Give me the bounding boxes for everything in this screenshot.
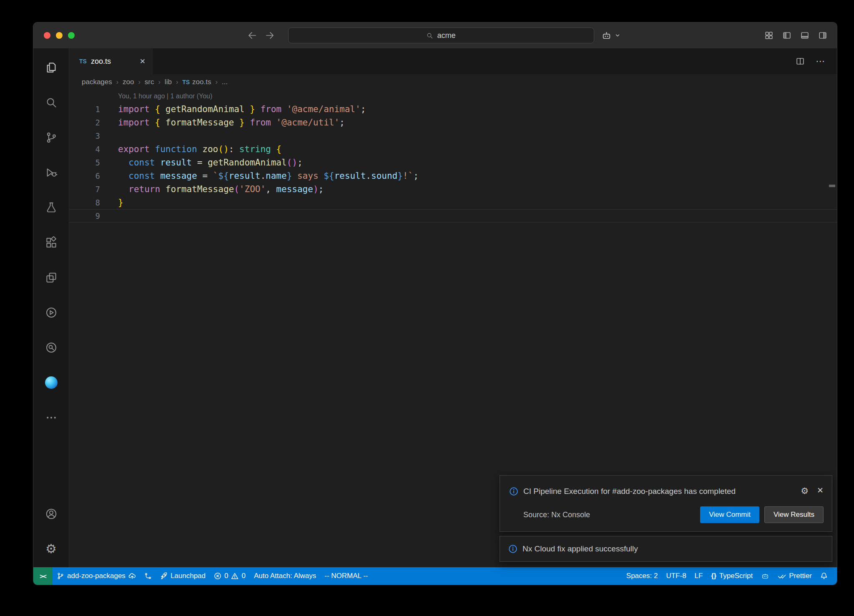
code-line[interactable]: 9: [69, 209, 837, 223]
tab-close-icon[interactable]: ✕: [140, 57, 146, 66]
line-number[interactable]: 3: [69, 129, 100, 143]
edge-devtools-icon[interactable]: [33, 365, 69, 400]
notification-close-icon[interactable]: ✕: [817, 486, 824, 494]
breadcrumb-item[interactable]: zoo: [123, 78, 134, 86]
customize-layout-icon[interactable]: [764, 31, 774, 40]
breadcrumb-item[interactable]: ...: [222, 78, 228, 86]
breadcrumb-item[interactable]: src: [145, 78, 154, 86]
notification-settings-gear-icon[interactable]: ⚙: [801, 486, 809, 495]
breadcrumb-label: lib: [165, 78, 172, 86]
view-commit-button[interactable]: View Commit: [700, 506, 759, 523]
indentation-item[interactable]: Spaces: 2: [622, 567, 662, 585]
code-line[interactable]: 7 return formatMessage('ZOO', message);: [69, 183, 837, 196]
code-lines: 1import { getRandomAnimal } from '@acme/…: [69, 103, 837, 223]
launchpad-item[interactable]: Launchpad: [156, 567, 210, 585]
code-line[interactable]: 2import { formatMessage } from '@acme/ut…: [69, 116, 837, 129]
nx-console-icon[interactable]: [33, 295, 69, 330]
command-center-search[interactable]: acme: [288, 28, 594, 43]
toggle-secondary-sidebar-icon[interactable]: [818, 31, 827, 40]
toggle-primary-sidebar-icon[interactable]: [782, 31, 791, 40]
notification-source: Source: Nx Console: [523, 511, 590, 519]
settings-gear-icon[interactable]: ⚙: [33, 531, 69, 566]
vscode-window: acme: [33, 23, 837, 585]
warning-count: 0: [241, 572, 245, 580]
encoding-item[interactable]: UTF-8: [662, 567, 690, 585]
formatter-item[interactable]: Prettier: [774, 567, 816, 585]
chevron-down-icon: [615, 33, 620, 38]
extensions-icon[interactable]: [33, 225, 69, 260]
line-number[interactable]: 1: [69, 103, 100, 116]
line-content: }: [100, 196, 123, 209]
source-control-icon[interactable]: [33, 120, 69, 155]
git-graph-item[interactable]: [140, 567, 156, 585]
code-line[interactable]: 6 const message = `${result.name} says $…: [69, 169, 837, 183]
breadcrumb-separator-icon: ›: [158, 78, 161, 86]
line-number[interactable]: 9: [69, 209, 100, 223]
code-line[interactable]: 5 const result = getRandomAnimal();: [69, 156, 837, 169]
typescript-file-icon: TS: [79, 58, 87, 65]
code-line[interactable]: 8}: [69, 196, 837, 209]
notifications-bell-item[interactable]: [816, 567, 832, 585]
line-number[interactable]: 5: [69, 156, 100, 169]
line-content: import { formatMessage } from '@acme/uti…: [100, 116, 345, 129]
navigate-back-icon[interactable]: [247, 30, 258, 41]
problems-item[interactable]: 0 0: [210, 567, 250, 585]
navigate-forward-icon[interactable]: [264, 30, 275, 41]
branch-item[interactable]: add-zoo-packages: [53, 567, 140, 585]
eol-item[interactable]: LF: [691, 567, 707, 585]
line-content: [100, 129, 118, 143]
breadcrumb-item[interactable]: lib: [165, 78, 172, 86]
line-content: export function zoo(): string {: [100, 143, 281, 156]
code-line[interactable]: 4export function zoo(): string {: [69, 143, 837, 156]
run-debug-icon[interactable]: [33, 155, 69, 190]
notification-toast: CI Pipeline Execution for #add-zoo-packa…: [500, 475, 832, 532]
activity-bar: ⚙: [33, 48, 69, 567]
error-count: 0: [224, 572, 228, 580]
view-results-button[interactable]: View Results: [764, 506, 824, 523]
remote-indicator[interactable]: ><: [33, 567, 53, 585]
remote-explorer-icon[interactable]: [33, 260, 69, 295]
line-number[interactable]: 7: [69, 183, 100, 196]
breadcrumb-separator-icon: ›: [215, 78, 217, 86]
testing-icon[interactable]: [33, 190, 69, 225]
errors-icon: [214, 572, 221, 580]
code-line[interactable]: 1import { getRandomAnimal } from '@acme/…: [69, 103, 837, 116]
git-graph-icon: [144, 572, 152, 580]
breadcrumb-item[interactable]: TSzoo.ts: [182, 78, 211, 86]
explorer-icon[interactable]: [33, 50, 69, 85]
copilot-status-item[interactable]: [757, 567, 774, 585]
close-window-button[interactable]: [44, 32, 50, 39]
line-number[interactable]: 8: [69, 196, 100, 209]
notification-message: Nx Cloud fix applied successfully: [522, 544, 638, 554]
auto-attach-item[interactable]: Auto Attach: Always: [250, 567, 320, 585]
code-line[interactable]: 3: [69, 129, 837, 143]
line-number[interactable]: 6: [69, 169, 100, 183]
accounts-icon[interactable]: [33, 496, 69, 531]
vim-mode-item[interactable]: -- NORMAL --: [320, 567, 372, 585]
breadcrumb-label: zoo.ts: [192, 78, 211, 86]
copilot-menu-button[interactable]: [601, 23, 620, 48]
minimize-window-button[interactable]: [56, 32, 63, 39]
additional-views-icon[interactable]: [33, 400, 69, 435]
line-number[interactable]: 4: [69, 143, 100, 156]
tab-zoo-ts[interactable]: TS zoo.ts ✕: [69, 48, 153, 74]
toggle-panel-icon[interactable]: [800, 31, 809, 40]
remote-icon: ><: [40, 573, 46, 580]
typescript-file-icon: TS: [182, 79, 190, 85]
line-content: [100, 209, 118, 223]
language-mode-item[interactable]: {} TypeScript: [707, 567, 757, 585]
breadcrumb-item[interactable]: packages: [82, 78, 112, 86]
line-number[interactable]: 2: [69, 116, 100, 129]
search-sidebar-icon[interactable]: [33, 85, 69, 120]
git-blame-annotation[interactable]: You, 1 hour ago | 1 author (You): [69, 90, 837, 103]
notification-center: CI Pipeline Execution for #add-zoo-packa…: [500, 475, 832, 562]
split-editor-icon[interactable]: [796, 57, 805, 66]
editor-more-actions-icon[interactable]: ⋯: [816, 56, 825, 67]
line-content: const result = getRandomAnimal();: [100, 156, 303, 169]
git-branch-icon: [57, 572, 64, 580]
project-graph-icon[interactable]: [33, 330, 69, 365]
tab-bar: TS zoo.ts ✕ ⋯: [69, 48, 837, 74]
braces-icon: {}: [711, 572, 716, 580]
zoom-window-button[interactable]: [68, 32, 75, 39]
search-icon: [426, 32, 433, 39]
